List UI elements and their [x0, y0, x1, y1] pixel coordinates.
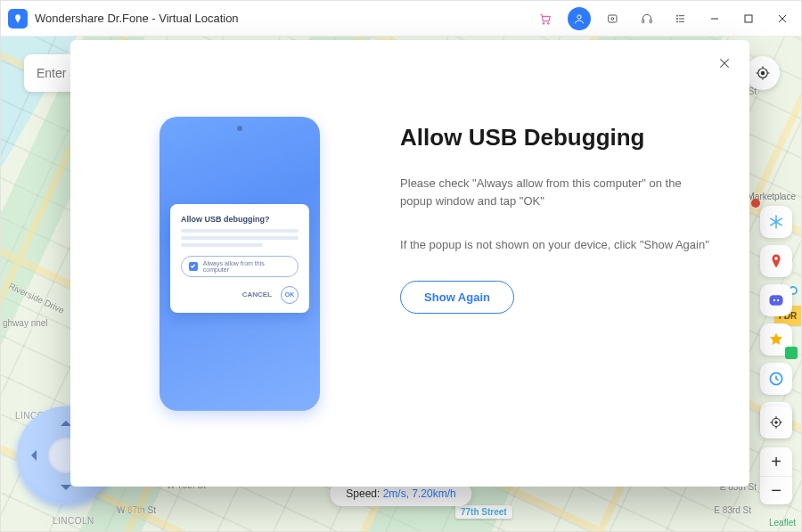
google-maps-icon[interactable]	[760, 245, 792, 277]
app-logo-icon	[8, 9, 28, 29]
modal-instructions-1: Please check "Always allow from this com…	[400, 175, 714, 209]
screen-record-icon[interactable]	[602, 7, 625, 30]
zoom-out-button[interactable]: −	[760, 476, 792, 504]
phone-dialog-ok: OK	[281, 286, 299, 304]
discord-icon[interactable]	[760, 284, 792, 316]
svg-rect-6	[650, 19, 651, 22]
svg-rect-3	[609, 15, 617, 22]
phone-dialog-title: Allow USB debugging?	[181, 215, 299, 224]
star-favorites-icon[interactable]	[760, 323, 792, 356]
zoom-controls: + −	[760, 447, 792, 504]
speed-label: Speed:	[346, 487, 380, 500]
speed-value: 2m/s, 7.20km/h	[383, 487, 456, 500]
svg-rect-14	[770, 295, 783, 306]
svg-point-7	[676, 15, 677, 16]
menu-list-icon[interactable]	[669, 7, 692, 30]
minimize-button[interactable]	[703, 7, 726, 30]
side-rail	[760, 206, 792, 434]
title-bar: Wondershare Dr.Fone - Virtual Location	[1, 1, 801, 37]
map-poi-marker	[751, 199, 760, 208]
map-label: E 83rd St	[714, 505, 751, 515]
modal-close-button[interactable]	[712, 51, 737, 76]
modal-content: Allow USB Debugging Please check "Always…	[373, 94, 714, 433]
mode-crosshair-button[interactable]	[746, 56, 780, 90]
center-location-button[interactable]	[760, 406, 792, 438]
svg-point-4	[611, 17, 614, 20]
svg-point-8	[676, 18, 677, 19]
svg-rect-5	[642, 19, 644, 22]
phone-dialog-checkbox-label: Always allow from this computer	[203, 260, 291, 273]
station-77th-label: 77th Street	[455, 505, 512, 519]
maximize-button[interactable]	[737, 7, 760, 30]
support-headset-icon[interactable]	[635, 7, 659, 30]
svg-point-16	[777, 299, 779, 301]
svg-point-19	[775, 422, 777, 423]
map-label: LINCOLN	[53, 516, 94, 526]
user-icon[interactable]	[568, 7, 591, 30]
checkbox-checked-icon	[189, 262, 198, 271]
phone-dialog-cancel: CANCEL	[242, 291, 272, 299]
close-window-button[interactable]	[771, 7, 794, 30]
svg-point-2	[577, 14, 581, 18]
svg-point-15	[773, 299, 775, 301]
map-label: Riverside Drive	[7, 281, 66, 315]
map-label: W 67th St	[117, 505, 156, 515]
map-controls: + −	[760, 406, 792, 504]
svg-point-12	[761, 71, 764, 74]
modal-instructions-2: If the popup is not shown on your device…	[400, 236, 714, 254]
svg-point-13	[774, 257, 778, 260]
cart-icon[interactable]	[534, 7, 557, 30]
phone-mockup: Allow USB debugging? Always allow from t…	[160, 117, 320, 411]
phone-dialog: Allow USB debugging? Always allow from t…	[170, 204, 309, 313]
app-title: Wondershare Dr.Fone - Virtual Location	[35, 12, 239, 25]
phone-dialog-checkbox: Always allow from this computer	[181, 256, 299, 277]
svg-point-0	[543, 22, 544, 24]
usb-debugging-modal: Allow USB debugging? Always allow from t…	[70, 40, 749, 487]
svg-point-9	[676, 20, 677, 21]
clock-history-icon[interactable]	[760, 363, 792, 395]
app-window: Wondershare Dr.Fone - Virtual Location L…	[0, 0, 802, 532]
modal-illustration: Allow USB debugging? Always allow from t…	[106, 94, 373, 433]
map-label: ghway nnel	[3, 318, 48, 328]
titlebar-actions	[534, 7, 794, 30]
modal-title: Allow USB Debugging	[400, 124, 714, 151]
svg-point-1	[547, 22, 549, 24]
zoom-in-button[interactable]: +	[760, 447, 792, 476]
svg-rect-10	[745, 15, 752, 22]
map-attribution: Leaflet	[769, 518, 796, 528]
show-again-button[interactable]: Show Again	[400, 281, 514, 314]
snowflake-icon[interactable]	[760, 206, 792, 238]
